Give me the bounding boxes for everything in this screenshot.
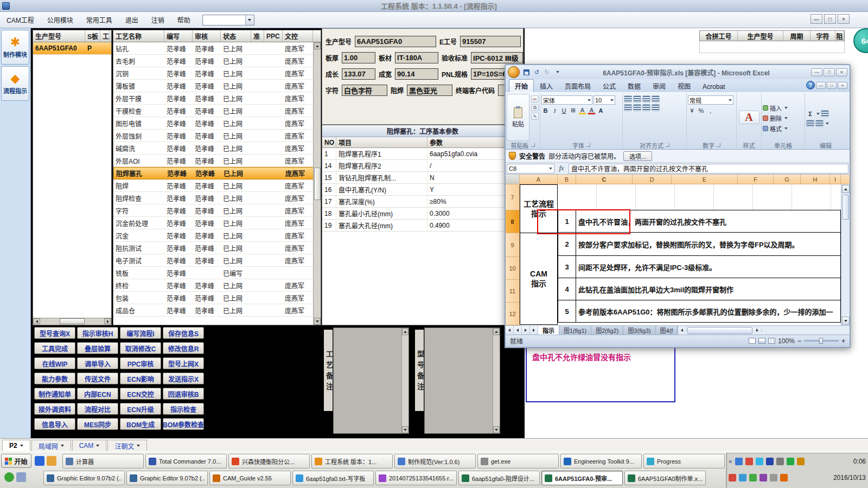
command-button[interactable]: ECN交控 [120,388,161,400]
board-thickness-field[interactable]: 1.00 [342,52,375,63]
command-button[interactable]: 叠层验算 [77,342,118,354]
scroll-right-icon[interactable] [754,329,762,332]
last-sheet-icon[interactable] [530,326,538,335]
process-row[interactable]: 外层AOI 范孝峰 范孝峰 已上网 庞燕军 [113,155,321,167]
instruction-number-cell[interactable]: 4 [558,278,576,300]
comma-format-icon[interactable]: , [706,106,714,114]
remark-vscrollbar[interactable] [493,328,500,433]
command-button[interactable]: 保存信息S [163,327,204,339]
close-button[interactable]: × [838,14,850,24]
menu-item[interactable]: 注销 [145,13,171,27]
process-row[interactable]: 沉金前处理 范孝峰 范孝峰 已上网 庞燕军 [113,217,321,229]
finished-width-field[interactable]: 90.14 [395,68,438,80]
tray-date[interactable]: 2016/10/13 [833,474,866,481]
align-center-icon[interactable] [633,104,641,111]
menu-item[interactable]: 退出 [119,13,145,27]
taskbar-button[interactable]: 6AAP51GFA0-预审... [541,471,623,485]
legend-color-field[interactable]: 白色字符 [342,85,387,96]
taskbar-button[interactable]: 兴森快捷衡阳分公... [228,454,310,468]
command-button[interactable]: 信息导入 [34,418,75,430]
fill-color-button[interactable]: A [578,106,586,114]
scroll-left-icon[interactable] [678,329,686,332]
menu-combobox[interactable] [202,15,254,25]
column-header[interactable]: H [801,175,830,184]
dialog-launcher-icon[interactable] [666,143,669,147]
param-row[interactable]: 18 塞孔最小孔径(mm) 0.3000 [322,208,523,220]
process-row[interactable]: 阻焊塞孔 范孝峰 范孝峰 已上网 庞燕军 [113,167,321,179]
menu-item[interactable]: 公用模块 [41,13,80,27]
cell-styles-button[interactable]: A [739,111,760,124]
process-row[interactable]: 铣板 范孝峰 已编写 [113,267,321,279]
process-row[interactable]: 阻焊 范孝峰 范孝峰 已上网 庞燕军 [113,179,321,192]
taskbar-button[interactable]: get.exe [477,454,559,468]
param-row[interactable]: 1 阻焊塞孔程序1 6aap51gfa0.cvia [322,148,523,160]
zoom-slider[interactable] [804,340,839,342]
column-header[interactable]: F [738,175,774,184]
command-button[interactable]: ECN影响 [120,373,161,384]
delete-cells-button[interactable]: 删除 [763,114,803,123]
row-header[interactable]: 7 [506,184,520,210]
scroll-up-icon[interactable] [842,185,850,193]
align-bottom-icon[interactable] [642,95,650,102]
column-header[interactable]: E [672,175,738,184]
workbook-minimize-button[interactable]: — [816,82,826,89]
align-right-icon[interactable] [642,104,650,111]
process-row[interactable]: 字符 范孝峰 范孝峰 已上网 庞燕军 [113,204,321,217]
soldermask-color-field[interactable]: 黑色亚光 [407,85,452,96]
ribbon-tab[interactable]: 数据 [622,79,647,92]
dialog-launcher-icon[interactable] [717,143,720,147]
normal-view-icon[interactable] [749,338,756,344]
tray-icon[interactable] [749,474,757,481]
scroll-down-icon[interactable] [842,317,850,325]
command-button[interactable]: 编写流程I [120,327,161,339]
currency-format-icon[interactable]: ¥ [688,106,696,114]
minimize-button[interactable]: — [811,68,822,76]
taskbar-button[interactable]: Graphic Editor 9.07b2 (... [43,471,125,485]
command-button[interactable]: BOM参数检查 [163,418,204,430]
process-row[interactable]: 钻孔 范孝峰 范孝峰 已上网 庞燕军 [113,42,321,55]
column-header[interactable]: A [520,175,558,184]
workbook-close-button[interactable]: × [838,82,847,89]
scroll-up-icon[interactable] [493,328,500,335]
ribbon-tab[interactable]: Acrobat [697,81,731,92]
sheet-tab[interactable]: 图2(fig2) [591,326,623,335]
font-size-select[interactable]: 10 [593,95,615,105]
find-select-icon[interactable] [815,120,824,127]
formula-input[interactable]: 盘中孔不许冒油，两面开窗的过孔按文件不塞孔 [569,164,848,174]
command-button[interactable]: 流程对比 [77,403,118,415]
page-break-view-icon[interactable] [768,338,775,344]
first-sheet-icon[interactable] [506,326,514,335]
column-header[interactable]: I [830,175,841,184]
copy-icon[interactable]: ⧉ [531,104,539,111]
process-row[interactable]: 成品仓 范孝峰 范孝峰 已上网 庞燕军 [113,304,321,317]
close-button[interactable]: × [836,68,847,76]
command-button[interactable]: 调单导入 [77,357,118,369]
instruction-number-cell[interactable]: 2 [558,232,576,256]
save-icon[interactable] [522,68,531,76]
command-button[interactable]: 修改信息R [163,342,204,354]
paste-button[interactable]: 粘贴 [507,94,529,141]
remark-vscrollbar[interactable] [401,328,409,433]
instruction-number-cell[interactable]: 3 [558,255,576,278]
workspace-tab[interactable]: 汪朝文 [107,440,147,451]
command-button[interactable]: 取消修改C [120,342,161,354]
tray-icon[interactable] [739,474,746,481]
minimize-button[interactable]: — [810,14,822,24]
quick-launch-browser-icon[interactable] [35,456,44,466]
excel-hscrollbar[interactable] [678,326,850,335]
redo-icon[interactable]: ↻ [542,68,551,76]
menu-item[interactable]: 常用工具 [80,13,119,27]
row-header[interactable]: 9 [506,233,520,257]
process-vscrollbar[interactable] [313,42,321,325]
column-header[interactable]: C [576,175,633,184]
sheet-tab[interactable]: 指示 [538,326,559,335]
param-row[interactable]: 15 背钻孔阻焊塞孔制... N [322,172,523,184]
chevron-down-icon[interactable] [245,15,254,25]
command-button[interactable]: PPC审核 [120,357,161,369]
borders-button[interactable]: ⊞ [569,106,577,114]
scroll-down-icon[interactable] [402,426,409,433]
restore-button[interactable]: □ [824,14,836,24]
process-row[interactable]: 电子测试 范孝峰 范孝峰 已上网 庞燕军 [113,254,321,267]
row-header[interactable]: 11 [506,280,520,303]
sheet-tab[interactable]: 图1(fig1) [559,326,591,335]
